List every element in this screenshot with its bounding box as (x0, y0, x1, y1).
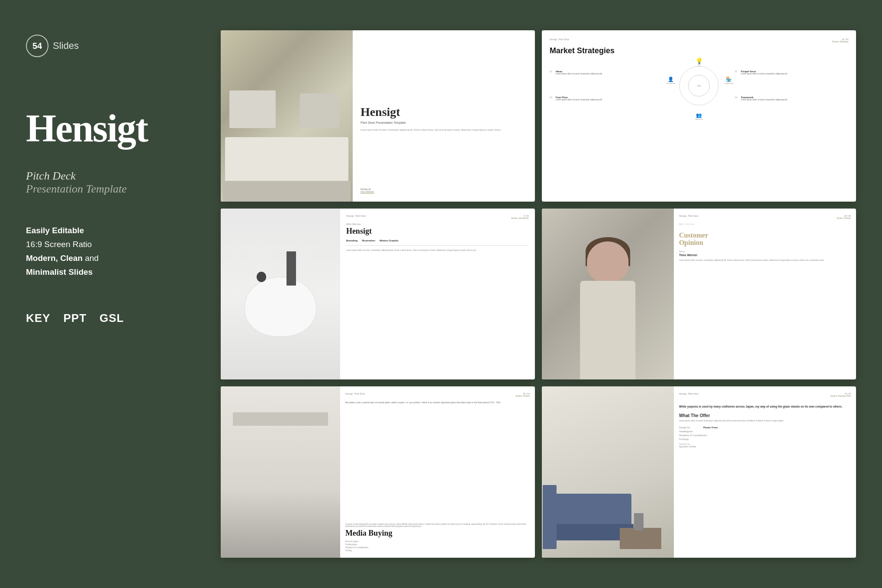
slide-media-buying[interactable]: Hensigt · Pitch Deck 35 / 54 Section: Pr… (221, 386, 535, 558)
slides-label: Slides (53, 40, 79, 51)
slide-market-strategies[interactable]: Hensigt · Pitch Deck 16 / 54 Section: Ma… (542, 30, 856, 202)
inspector-block: Inspector by Agostino Schele (679, 443, 851, 448)
slide-whoweare-inner: Hensigt · Pitch Deck 6 / 54 Section: Int… (221, 209, 535, 380)
cover-content-area: Hensigt Pitch Deck Presentation Template… (353, 30, 535, 202)
whoweare-header: Hensigt · Pitch Deck 6 / 54 Section: Int… (346, 215, 529, 219)
design-item-4: Finishing (679, 438, 851, 440)
customer-content: Hensigt · Pitch Deck 28 / 54 Section: Pr… (674, 209, 856, 380)
market-title: Market Strategies (550, 46, 848, 55)
business-offer-title: What The Offer (679, 413, 851, 418)
whoweare-services: Branding Illustration Motion Graphic (346, 239, 529, 242)
business-image-area (542, 386, 674, 558)
media-tags: Fears for glaze Finding glaze Situations… (345, 540, 530, 552)
diagram-node-bottom: 👥 Teamwork (695, 112, 703, 120)
whoweare-brand: Hensigt · Pitch Deck (346, 215, 366, 217)
cover-body-text: Lorem ipsum dolor sit amet, consectetur … (361, 129, 527, 132)
slides-count-circle: 54 (26, 35, 48, 57)
whoweare-section-info: 6 / 54 Section: Introduction (511, 215, 529, 219)
customer-brand: Hensigt · Pitch Deck (679, 215, 699, 217)
slides-badge: 54 Slides (26, 35, 177, 57)
media-body-text: My pottery uses a special type of enamel… (345, 401, 530, 404)
market-item-3: 03 Fast Flow Lorem ipsum dolor sit amet … (550, 96, 663, 101)
cover-image-area (221, 30, 353, 202)
slide-market-inner: Hensigt · Pitch Deck 16 / 54 Section: Ma… (542, 30, 856, 118)
market-section-info: 16 / 54 Section: Marketing (832, 38, 848, 43)
plant-vase (634, 513, 644, 530)
format-gsl: GSL (100, 312, 124, 325)
market-brand: Hensigt · Pitch Deck (550, 38, 569, 41)
media-header: Hensigt · Pitch Deck 35 / 54 Section: Pr… (345, 392, 530, 397)
coffee-table (620, 528, 661, 549)
design-label-4: Finishing (679, 438, 701, 440)
cover-designer-name: Timo Werner (361, 190, 527, 193)
slide-customer-opinion[interactable]: Hensigt · Pitch Deck 28 / 54 Section: Pr… (542, 209, 856, 380)
slides-grid: Hensigt Pitch Deck Presentation Template… (203, 0, 882, 588)
design-person-1: Plastic Front (703, 426, 718, 429)
bed-pillow1 (229, 90, 276, 128)
birth-row: Birth Birth Date (679, 223, 851, 225)
sofa-illustration (548, 463, 667, 549)
market-diagram: 01 Ideas Lorem ipsum dolor sit amet cons… (550, 60, 848, 112)
bed-frame (223, 181, 351, 201)
market-item-2: 02 Forget force Lorem ipsum dolor sit am… (735, 70, 848, 75)
customer-section-info: 28 / 54 Section: Product (837, 215, 851, 219)
service-branding: Branding (346, 239, 357, 242)
market-item-4: 04 Teamwork Lorem ipsum dolor sit amet c… (735, 96, 848, 101)
media-title: Media Buying (345, 529, 530, 538)
business-section-info: 75 / 54 Section: Business Pitch (830, 392, 851, 397)
slide-customer-inner: Hensigt · Pitch Deck 28 / 54 Section: Pr… (542, 209, 856, 380)
whoweare-title: Hensigt (346, 227, 529, 236)
market-items-right: 02 Forget force Lorem ipsum dolor sit am… (735, 60, 848, 112)
bathroom-shelf (233, 412, 328, 426)
design-item-1: Design list Plastic Front (679, 426, 851, 429)
slide-cover-inner: Hensigt Pitch Deck Presentation Template… (221, 30, 535, 202)
business-offer-text: Lorem ipsum dolor sit amet consectetur a… (679, 420, 851, 423)
feature-editable: Easily Editable (26, 226, 177, 235)
person-body (580, 281, 635, 380)
diagram-node-right: 🏪 Forget team (724, 77, 734, 84)
left-panel: 54 Slides Hensigt Pitch Deck Presentatio… (0, 0, 203, 588)
customer-name: Timo Werner (679, 254, 851, 257)
person-silhouette (562, 234, 654, 379)
svg-point-0 (679, 66, 718, 105)
service-illustration: Illustration (362, 239, 375, 242)
slide-business-pitch[interactable]: Hensigt · Pitch Deck 75 / 54 Section: Bu… (542, 386, 856, 558)
market-item-1: 01 Ideas Lorem ipsum dolor sit amet cons… (550, 70, 663, 75)
features-block: Easily Editable 16:9 Screen Ratio Modern… (26, 226, 177, 277)
person-head (587, 241, 628, 282)
media-section: Section: Product (515, 395, 530, 397)
format-key: KEY (26, 312, 50, 325)
media-tag-2: Finding glaze (345, 543, 530, 546)
media-tag-3: Situations & Crystallization (345, 546, 530, 549)
media-brand: Hensigt · Pitch Deck (345, 392, 365, 395)
customer-header: Hensigt · Pitch Deck 28 / 54 Section: Pr… (679, 215, 851, 219)
slide-cover[interactable]: Hensigt Pitch Deck Presentation Template… (221, 30, 535, 202)
slide-who-we-are[interactable]: Hensigt · Pitch Deck 6 / 54 Section: Int… (221, 209, 535, 380)
inspector-name: Agostino Schele (679, 445, 851, 448)
media-image-area (221, 386, 340, 558)
subtitle-block: Pitch Deck Presentation Template (26, 170, 177, 196)
service-motion: Motion Graphic (380, 239, 399, 242)
market-items-left: 01 Ideas Lorem ipsum dolor sit amet cons… (550, 60, 663, 112)
subtitle-line1: Pitch Deck (26, 170, 177, 183)
market-header: Hensigt · Pitch Deck 16 / 54 Section: Ma… (550, 38, 848, 43)
design-item-2: Headingposs (679, 430, 851, 433)
media-section-info: 35 / 54 Section: Product (515, 392, 530, 397)
design-label-2: Headingposs (679, 430, 701, 433)
cover-subtitle-text: Pitch Deck Presentation Template (361, 121, 527, 124)
slide-media-inner: Hensigt · Pitch Deck 35 / 54 Section: Pr… (221, 386, 535, 558)
sofa-arm (543, 485, 557, 549)
brand-title: Hensigt (26, 109, 177, 148)
customer-quote: Lorem ipsum dolor sit amet, consectetur … (679, 259, 851, 262)
business-content: Hensigt · Pitch Deck 75 / 54 Section: Bu… (674, 386, 856, 558)
sink-bowl (245, 277, 316, 337)
media-tag-1: Fears for glaze (345, 540, 530, 543)
customer-opinion-title: CustomerOpinion (679, 231, 851, 247)
media-tag-4: Finding (345, 549, 530, 552)
sink-knob (257, 272, 266, 282)
design-label-3: Situations & Crystallization (679, 434, 707, 437)
market-brand-label: Hensigt · Pitch Deck (550, 38, 569, 41)
cover-bg-image (221, 30, 353, 202)
media-spacer (345, 408, 530, 523)
design-label-1: Design list (679, 426, 701, 429)
